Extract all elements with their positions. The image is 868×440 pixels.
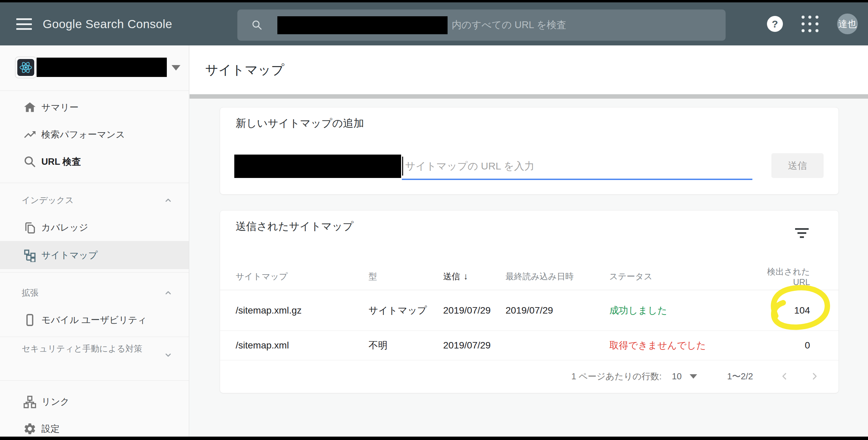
cell-sitemap: /sitemap.xml — [236, 340, 369, 351]
redacted-property-name — [37, 58, 167, 77]
sitemap-tree-icon — [22, 247, 38, 263]
chevron-up-icon — [163, 287, 173, 298]
col-status: ステータス — [609, 271, 758, 282]
sidebar-section-enhancements[interactable]: 拡張 — [0, 279, 189, 306]
page-title: サイトマップ — [205, 45, 284, 94]
sidebar-item-label: URL 検査 — [41, 156, 81, 168]
table-header-row: サイトマップ 型 送信 ↓ 最終読み込み日時 ステータス 検出された URL — [220, 263, 839, 290]
links-tree-icon — [22, 394, 38, 410]
col-submitted-label: 送信 — [443, 271, 460, 282]
col-type: 型 — [369, 271, 443, 282]
search-icon — [22, 154, 38, 170]
property-favicon — [15, 57, 37, 78]
cell-submitted: 2019/07/29 — [443, 340, 506, 351]
main-header: サイトマップ — [190, 45, 868, 94]
sidebar-item-label: カバレッジ — [41, 221, 88, 234]
table-row[interactable]: /sitemap.xml.gz サイトマップ 2019/07/29 2019/0… — [220, 290, 839, 331]
sidebar-item-mobile-usability[interactable]: モバイル ユーザビリティ — [0, 306, 189, 334]
sidebar-item-links[interactable]: リンク — [0, 388, 189, 415]
sitemaps-table: サイトマップ 型 送信 ↓ 最終読み込み日時 ステータス 検出された URL /… — [220, 263, 839, 360]
sidebar-section-index[interactable]: インデックス — [0, 186, 189, 214]
next-page-chevron-icon[interactable] — [809, 371, 820, 381]
chevron-down-icon — [163, 350, 173, 360]
chevron-down-icon — [172, 65, 180, 71]
cell-type: 不明 — [369, 339, 443, 352]
react-logo-icon — [19, 60, 33, 75]
topbar-actions: ? 達也 — [767, 2, 858, 45]
logo-google: Google — [43, 17, 82, 31]
pagination: 1 ページあたりの行数: 10 1〜2/2 — [220, 360, 839, 393]
help-icon[interactable]: ? — [767, 16, 783, 32]
sidebar-item-label: 設定 — [41, 423, 60, 435]
cell-status-error: 取得できませんでした — [609, 339, 758, 352]
sitemap-url-input[interactable]: サイトマップの URL を入力 — [405, 155, 534, 178]
pages-copy-icon — [22, 219, 38, 236]
sidebar-item-label: モバイル ユーザビリティ — [41, 314, 147, 326]
cell-discovered-urls: 104 — [758, 305, 810, 316]
smartphone-icon — [22, 312, 38, 328]
chevron-up-icon — [163, 195, 173, 205]
pagination-range: 1〜2/2 — [727, 371, 753, 382]
search-placeholder: 内のすべての URL を検査 — [452, 9, 566, 41]
sidebar-item-url-inspection[interactable]: URL 検査 — [0, 148, 189, 175]
sidebar-item-label: リンク — [41, 396, 70, 408]
cell-submitted: 2019/07/29 — [443, 305, 506, 316]
app-logo: Google Search Console — [43, 2, 172, 45]
sidebar-item-coverage[interactable]: カバレッジ — [0, 214, 189, 241]
rows-per-page-value: 10 — [672, 371, 682, 382]
input-focus-underline — [402, 179, 752, 180]
url-inspection-search-input[interactable]: 内のすべての URL を検査 — [237, 9, 726, 41]
section-label: セキュリティと手動による対策 — [22, 342, 148, 355]
cell-status-success: 成功しました — [609, 304, 758, 317]
sidebar-item-performance[interactable]: 検索パフォーマンス — [0, 121, 189, 148]
sidebar-item-label: サマリー — [41, 101, 79, 114]
gear-icon — [22, 421, 38, 437]
top-black-strip — [0, 0, 868, 2]
home-icon — [22, 99, 38, 116]
redacted-site-prefix — [234, 155, 401, 178]
logo-search-console: Search Console — [85, 17, 172, 31]
bottom-black-strip — [0, 437, 868, 440]
search-icon — [250, 18, 264, 32]
sort-descending-icon: ↓ — [463, 271, 468, 282]
avatar[interactable]: 達也 — [837, 14, 858, 34]
add-sitemap-card: 新しいサイトマップの追加 サイトマップの URL を入力 送信 — [220, 107, 839, 195]
google-apps-grid-icon[interactable] — [801, 15, 819, 33]
section-label: 拡張 — [22, 287, 39, 298]
sidebar-item-label: 検索パフォーマンス — [41, 128, 125, 141]
col-discovered-urls: 検出された URL — [758, 266, 810, 287]
col-sitemap: サイトマップ — [236, 271, 369, 282]
rows-per-page-dropdown-icon[interactable] — [690, 374, 697, 379]
sidebar-section-security[interactable]: セキュリティと手動による対策 — [0, 337, 189, 380]
col-last-read: 最終読み込み日時 — [506, 271, 609, 282]
text-cursor — [402, 157, 403, 176]
property-selector[interactable] — [0, 45, 189, 91]
rows-per-page-label: 1 ページあたりの行数: — [571, 371, 662, 382]
trending-up-icon — [22, 126, 38, 143]
cell-sitemap: /sitemap.xml.gz — [236, 305, 369, 316]
col-submitted-sort[interactable]: 送信 ↓ — [443, 271, 506, 282]
cell-discovered-urls: 0 — [758, 340, 810, 351]
google-search-console-screen: Google Search Console 内のすべての URL を検査 ? 達… — [0, 0, 868, 440]
section-label: インデックス — [22, 195, 74, 206]
submitted-sitemaps-card: 送信されたサイトマップ サイトマップ 型 送信 ↓ 最終読み込み日時 ステータス… — [220, 210, 839, 393]
cell-last-read: 2019/07/29 — [506, 305, 609, 316]
submit-button[interactable]: 送信 — [771, 153, 824, 178]
sidebar-item-label: サイトマップ — [41, 249, 98, 261]
sidebar-item-sitemaps[interactable]: サイトマップ — [0, 241, 189, 269]
sidebar-item-overview[interactable]: サマリー — [0, 94, 189, 121]
redacted-property-url — [277, 16, 448, 34]
table-row[interactable]: /sitemap.xml 不明 2019/07/29 取得できませんでした 0 — [220, 331, 839, 360]
cell-type: サイトマップ — [369, 304, 443, 317]
add-sitemap-title: 新しいサイトマップの追加 — [236, 116, 364, 131]
sidebar: サマリー 検索パフォーマンス URL 検査 インデックス — [0, 45, 189, 440]
submitted-sitemaps-title: 送信されたサイトマップ — [236, 219, 354, 234]
header-shadow-strip — [190, 94, 868, 99]
topbar: Google Search Console 内のすべての URL を検査 ? 達… — [0, 2, 868, 45]
previous-page-chevron-icon[interactable] — [780, 371, 790, 381]
hamburger-menu-icon[interactable] — [16, 17, 32, 31]
filter-icon[interactable] — [794, 228, 809, 240]
